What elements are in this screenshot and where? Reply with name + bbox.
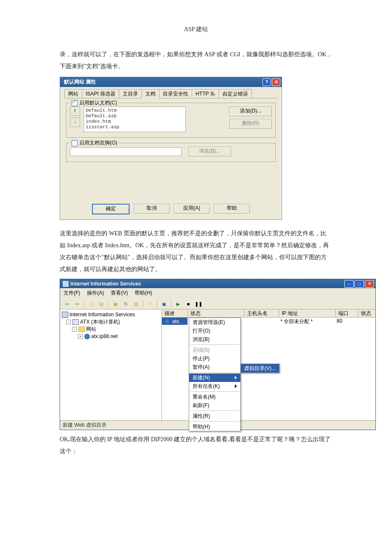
ctx-start: 启动(S) bbox=[189, 346, 240, 354]
ctx-rename[interactable]: 重命名(M) bbox=[189, 393, 240, 401]
remove-button[interactable]: 删除(R) bbox=[229, 119, 272, 129]
tab-documents[interactable]: 文档 bbox=[141, 89, 159, 98]
enable-default-doc-checkbox[interactable] bbox=[72, 100, 78, 106]
default-document-group: 启用默认文档(C) t ↓ Default.htm Default.asp in… bbox=[66, 103, 276, 138]
iis-title-text: Internet Information Services bbox=[70, 281, 141, 287]
back-icon[interactable]: ⇦ bbox=[63, 300, 71, 308]
col-status[interactable]: 状态 bbox=[188, 309, 245, 317]
page-header: ASP 建站 bbox=[60, 26, 332, 33]
chevron-right-icon bbox=[235, 376, 237, 379]
menu-action[interactable]: 操作(A) bbox=[87, 289, 104, 297]
move-up-button[interactable]: t bbox=[70, 107, 80, 116]
list-item[interactable]: Default.asp bbox=[86, 113, 184, 119]
tree-root[interactable]: Internet Information Services bbox=[62, 311, 160, 318]
ctx-help[interactable]: 帮助(H) bbox=[189, 422, 240, 431]
tab-homedir[interactable]: 主目录 bbox=[119, 89, 142, 98]
up-folder-icon[interactable]: ▢ bbox=[87, 300, 95, 308]
paragraph-1: 录，这样就可以了，在下面的复选框中，如果你想支持 ASP 或者 CGI，就像我那… bbox=[60, 49, 332, 72]
col-ip[interactable]: IP 地址 bbox=[279, 309, 336, 317]
submenu-virtual-dir[interactable]: 虚拟目录(V)... bbox=[240, 364, 280, 373]
list-item[interactable]: index.htm bbox=[86, 119, 184, 124]
tab-customerrors[interactable]: 自定义错误 bbox=[219, 89, 252, 98]
close-icon[interactable]: ✕ bbox=[272, 78, 280, 86]
apply-button[interactable]: 应用(A) bbox=[174, 204, 210, 214]
export-icon[interactable]: ▥ bbox=[132, 300, 140, 308]
app-icon bbox=[63, 281, 69, 287]
help-toolbar-icon[interactable]: ? bbox=[146, 300, 154, 308]
browse-button[interactable]: 浏览(B)... bbox=[188, 147, 231, 156]
connect-icon[interactable]: ▣ bbox=[160, 300, 168, 308]
tab-isapi[interactable]: ISAPI 筛选器 bbox=[82, 89, 119, 98]
paragraph-2: 这里选择的是您的 WEB 页面的默认主页，推荐把不是的全删了，只保留你默认主页文… bbox=[60, 228, 332, 275]
ctx-pause[interactable]: 暂停(A) bbox=[189, 363, 240, 371]
col-desc[interactable]: 描述 bbox=[162, 309, 188, 317]
col-state[interactable]: 状态 bbox=[358, 309, 375, 317]
ctx-refresh[interactable]: 刷新(F) bbox=[189, 401, 240, 410]
dialog-title-text: 默认网站 属性 bbox=[61, 77, 96, 87]
toolbar: ⇦ ⇨ ▢ ▤ ▣ ↻ ▥ ? ▣ ▶ ■ ❚❚ bbox=[60, 298, 375, 309]
cancel-button[interactable]: 取消 bbox=[134, 204, 170, 214]
ctx-new[interactable]: 新建(N) bbox=[189, 373, 240, 382]
minimize-icon[interactable]: – bbox=[344, 280, 354, 288]
col-host[interactable]: 主机头名 bbox=[245, 309, 279, 317]
maximize-icon[interactable]: □ bbox=[355, 280, 364, 288]
refresh-icon[interactable]: ↻ bbox=[121, 300, 130, 308]
enable-doc-footer-label: 启用文档页脚(O) bbox=[79, 139, 117, 147]
properties-dialog: 默认网站 属性 ? ✕ 网站 ISAPI 筛选器 主目录 文档 目录安全性 HT… bbox=[60, 77, 282, 220]
iis-titlebar[interactable]: Internet Information Services – □ ✕ bbox=[60, 279, 375, 288]
menu-bar: 文件(F) 操作(A) 查看(V) 帮助(H) bbox=[60, 288, 375, 298]
ctx-open[interactable]: 打开(O) bbox=[189, 327, 240, 335]
list-item[interactable]: iisstart.asp bbox=[86, 124, 184, 130]
forward-icon[interactable]: ⇨ bbox=[73, 300, 81, 308]
chevron-right-icon bbox=[235, 384, 237, 388]
tab-httpheaders[interactable]: HTTP 头 bbox=[192, 89, 219, 98]
list-pane[interactable]: 描述 状态 主机头名 IP 地址 端口 状态 atx. * 全部未分配 * 80 bbox=[162, 309, 375, 420]
tree-pane[interactable]: Internet Information Services − ATX (本地计… bbox=[60, 309, 162, 420]
list-view-icon[interactable]: ▤ bbox=[97, 300, 106, 308]
ctx-alltask[interactable]: 所有任务(K) bbox=[189, 382, 240, 390]
col-port[interactable]: 端口 bbox=[336, 309, 358, 317]
close-icon[interactable]: ✕ bbox=[365, 280, 374, 288]
default-documents-list[interactable]: Default.htm Default.asp index.htm iissta… bbox=[84, 107, 186, 132]
folder-icon bbox=[78, 327, 85, 332]
tab-strip: 网站 ISAPI 筛选器 主目录 文档 目录安全性 HTTP 头 自定义错误 bbox=[64, 89, 277, 98]
list-header: 描述 状态 主机头名 IP 地址 端口 状态 bbox=[162, 309, 375, 318]
properties-icon[interactable]: ▣ bbox=[111, 300, 120, 308]
menu-view[interactable]: 查看(V) bbox=[111, 289, 128, 297]
tab-website[interactable]: 网站 bbox=[64, 89, 82, 98]
paragraph-3: OK,现在输入你的 IP 地址或者你用 DIP2000 建立的个人域名看看,看看… bbox=[60, 434, 332, 457]
globe-icon bbox=[84, 334, 90, 339]
ctx-explorer[interactable]: 资源管理器(E) bbox=[189, 318, 240, 327]
enable-default-doc-label: 启用默认文档(C) bbox=[79, 99, 117, 107]
menu-file[interactable]: 文件(F) bbox=[63, 289, 80, 297]
menu-help[interactable]: 帮助(H) bbox=[135, 289, 152, 297]
ctx-browse[interactable]: 浏览(B) bbox=[189, 335, 240, 344]
document-footer-group: 启用文档页脚(O) 浏览(B)... bbox=[66, 143, 276, 162]
ok-button[interactable]: 确定 bbox=[92, 204, 130, 214]
footer-path-input[interactable] bbox=[70, 147, 182, 156]
help-button[interactable]: 帮助 bbox=[214, 204, 250, 214]
tree-computer[interactable]: − ATX (本地计算机) bbox=[62, 318, 160, 326]
ctx-stop[interactable]: 停止(P) bbox=[189, 354, 240, 363]
context-menu[interactable]: 资源管理器(E) 打开(O) 浏览(B) 启动(S) 停止(P) 暂停(A) 新… bbox=[189, 318, 241, 431]
globe-icon bbox=[164, 318, 170, 324]
tab-security[interactable]: 目录安全性 bbox=[159, 89, 192, 98]
stop-icon[interactable]: ■ bbox=[184, 300, 193, 308]
tree-websites[interactable]: − 网站 bbox=[62, 326, 160, 333]
help-icon[interactable]: ? bbox=[262, 78, 271, 86]
iis-window: Internet Information Services – □ ✕ 文件(F… bbox=[60, 279, 376, 430]
pause-icon[interactable]: ❚❚ bbox=[194, 300, 203, 308]
list-item[interactable]: Default.htm bbox=[86, 108, 184, 113]
move-down-button[interactable]: ↓ bbox=[70, 118, 80, 127]
computer-icon bbox=[72, 319, 79, 325]
ctx-props[interactable]: 属性(R) bbox=[189, 412, 240, 420]
dialog-titlebar[interactable]: 默认网站 属性 ? ✕ bbox=[60, 77, 282, 87]
play-icon[interactable]: ▶ bbox=[174, 300, 182, 308]
tree-site[interactable]: + atx.ip88.net bbox=[62, 333, 160, 340]
enable-doc-footer-checkbox[interactable] bbox=[72, 140, 78, 146]
add-button[interactable]: 添加(D)... bbox=[229, 107, 272, 116]
